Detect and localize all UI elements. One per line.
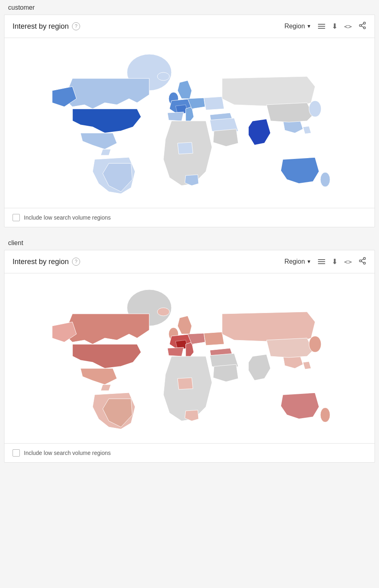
customer-region-selector[interactable]: Region ▼	[284, 23, 311, 30]
client-low-volume-checkbox[interactable]	[13, 449, 20, 457]
customer-region-arrow: ▼	[307, 23, 311, 29]
customer-map	[4, 38, 375, 208]
svg-line-4	[361, 23, 364, 25]
customer-low-volume-label: Include low search volume regions	[24, 214, 111, 221]
client-share-icon[interactable]	[358, 257, 366, 267]
client-card-header: Interest by region ? Region ▼ ⬇ <>	[4, 250, 375, 273]
svg-line-3	[361, 26, 364, 27]
customer-card-footer: Include low search volume regions	[4, 208, 375, 227]
client-region-arrow: ▼	[307, 259, 311, 264]
client-help-icon[interactable]: ?	[72, 258, 80, 266]
customer-card-title: Interest by region	[13, 22, 69, 31]
svg-point-7	[157, 72, 169, 80]
client-list-icon[interactable]	[318, 259, 325, 264]
customer-share-icon[interactable]	[358, 21, 366, 31]
svg-line-14	[361, 261, 364, 262]
section-label-client: client	[0, 235, 379, 250]
client-download-icon[interactable]: ⬇	[332, 257, 338, 266]
client-card: Interest by region ? Region ▼ ⬇ <>	[4, 250, 375, 463]
client-card-footer: Include low search volume regions	[4, 443, 375, 462]
customer-card: Interest by region ? Region ▼ ⬇ <>	[4, 15, 375, 227]
svg-line-15	[361, 259, 364, 260]
client-map	[4, 273, 375, 443]
client-low-volume-label: Include low search volume regions	[24, 450, 111, 456]
customer-list-icon[interactable]	[318, 24, 325, 29]
svg-point-18	[157, 308, 169, 316]
customer-low-volume-checkbox[interactable]	[13, 214, 20, 221]
customer-download-icon[interactable]: ⬇	[332, 22, 338, 31]
client-toolbar-icons: ⬇ <>	[318, 257, 366, 267]
svg-point-20	[309, 336, 321, 352]
svg-point-21	[320, 408, 330, 422]
client-card-title: Interest by region	[13, 258, 69, 266]
customer-code-icon[interactable]: <>	[344, 23, 352, 30]
customer-toolbar-icons: ⬇ <>	[318, 21, 366, 31]
client-region-selector[interactable]: Region ▼	[284, 258, 311, 265]
section-label-customer: customer	[0, 0, 379, 15]
customer-card-header: Interest by region ? Region ▼ ⬇ <>	[4, 15, 375, 38]
client-code-icon[interactable]: <>	[344, 258, 352, 266]
svg-point-9	[309, 101, 321, 117]
svg-point-10	[320, 172, 330, 187]
customer-help-icon[interactable]: ?	[72, 22, 80, 30]
